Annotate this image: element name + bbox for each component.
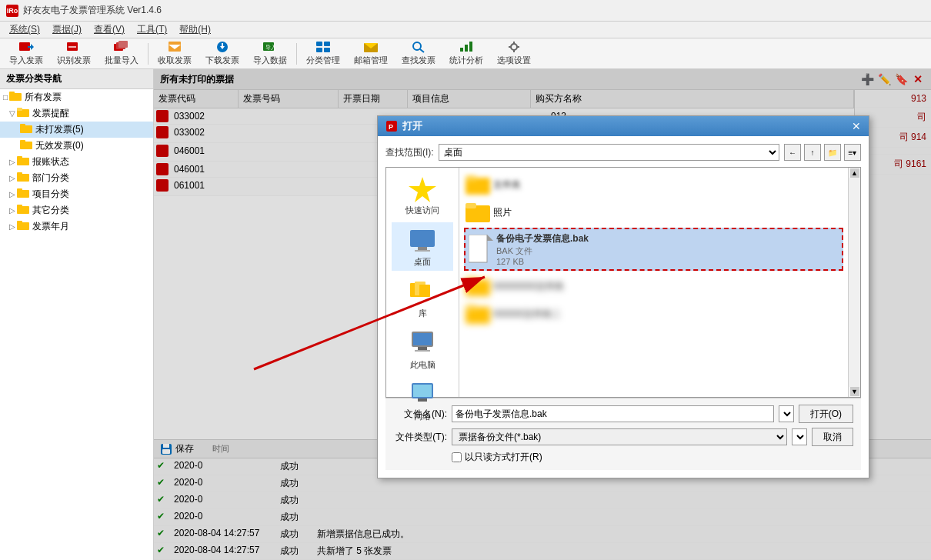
open-button[interactable]: 打开(O)	[799, 405, 853, 423]
file-item-bak[interactable]: 备份电子发票信息.bak BAK 文件 127 KB	[464, 228, 843, 271]
sidebar-item-accounting[interactable]: ▷ 报账状态	[0, 154, 153, 170]
sidebar-item-invoice-reminder[interactable]: ▽ 发票提醒	[0, 105, 153, 122]
svg-rect-66	[415, 350, 430, 352]
bak-file-size: 127 KB	[496, 257, 589, 266]
batch-icon	[114, 41, 129, 53]
nav-new-folder-btn[interactable]: 📁	[824, 144, 841, 161]
nav-library[interactable]: 库	[392, 274, 453, 322]
scroll-down-btn[interactable]: ▼	[850, 387, 859, 396]
svg-rect-4	[68, 46, 76, 48]
scrollbar[interactable]: ▲ ▼	[848, 168, 860, 397]
look-in-select[interactable]: 桌面	[439, 144, 779, 161]
sidebar-item-dept[interactable]: ▷ 部门分类	[0, 170, 153, 186]
filename-dropdown[interactable]	[779, 405, 794, 422]
settings-icon	[506, 41, 522, 53]
filename-row: 文件名(N): 打开(O)	[393, 405, 853, 423]
bak-file-icon	[469, 235, 493, 264]
svg-rect-68	[413, 385, 432, 397]
sidebar-item-year[interactable]: ▷ 发票年月	[0, 218, 153, 235]
svg-rect-58	[418, 247, 427, 250]
import-data-btn[interactable]: 导入 导入数据	[247, 40, 293, 68]
file-item-photos[interactable]: 照片	[462, 198, 845, 226]
filename-input[interactable]	[452, 405, 774, 422]
sidebar-item-project[interactable]: ▷ 项目分类	[0, 186, 153, 202]
bak-file-type: BAK 文件	[496, 245, 589, 257]
dialog-body: 查找范围(I): 桌面 ← ↑ 📁 ≡▾	[378, 136, 869, 478]
file-item-top-blurred[interactable]: 文件夹	[462, 171, 845, 198]
mail-manage-btn[interactable]: 邮箱管理	[348, 40, 394, 68]
category-manage-btn[interactable]: 分类管理	[300, 40, 346, 68]
sidebar-header: 发票分类导航	[0, 69, 153, 89]
file-item-blurred-2[interactable]: XXXXX文件夹二	[462, 300, 845, 328]
content-area: 所有未打印的票据 ➕ ✏️ 🔖 ✕ 发票代码 发票号码 开票日期 项目信息 购买…	[154, 69, 931, 560]
folder-project-icon	[17, 188, 29, 201]
svg-rect-59	[415, 250, 430, 252]
dialog-title-bar: P 打开 ✕	[378, 116, 869, 136]
filetype-dropdown[interactable]	[792, 428, 807, 445]
options-settings-btn[interactable]: 选项设置	[491, 40, 537, 68]
cancel-button[interactable]: 取消	[812, 428, 853, 446]
svg-rect-36	[20, 124, 25, 127]
svg-rect-42	[17, 172, 22, 175]
folder-unprinted-icon	[20, 123, 32, 136]
readonly-checkbox[interactable]	[452, 452, 462, 462]
filetype-select[interactable]: 票据备份文件(*.bak)	[452, 428, 787, 445]
svg-rect-15	[316, 42, 322, 46]
category-icon	[315, 41, 331, 53]
stats-icon	[459, 41, 474, 53]
stats-analysis-btn[interactable]: 统计分析	[443, 40, 489, 68]
menu-system[interactable]: 系统(S)	[3, 22, 46, 38]
nav-desktop[interactable]: 桌面	[392, 222, 453, 271]
app-icon: IRo	[6, 5, 18, 17]
menu-tools[interactable]: 工具(T)	[131, 22, 173, 38]
svg-marker-76	[487, 235, 493, 241]
svg-rect-57	[410, 230, 435, 247]
receive-invoice-btn[interactable]: 收取发票	[152, 40, 198, 68]
nav-view-btn[interactable]: ≡▾	[844, 144, 861, 161]
nav-back-btn[interactable]: ←	[784, 144, 801, 161]
import-invoice-icon	[18, 41, 34, 53]
sidebar-item-other[interactable]: ▷ 其它分类	[0, 202, 153, 218]
svg-rect-23	[460, 48, 463, 52]
svg-rect-38	[20, 140, 25, 143]
file-browser: 快速访问 桌面	[385, 167, 861, 398]
look-in-row: 查找范围(I): 桌面 ← ↑ 📁 ≡▾	[385, 144, 861, 161]
nav-panel: 快速访问 桌面	[386, 168, 459, 397]
quick-access-icon	[407, 174, 438, 205]
folder-accounting-icon	[17, 155, 29, 168]
sidebar-item-unprinted[interactable]: 未打发票(5)	[0, 122, 153, 138]
dialog-title-text: 打开	[402, 119, 422, 133]
menu-view[interactable]: 查看(V)	[88, 22, 131, 38]
receive-icon	[167, 41, 182, 53]
nav-up-btn[interactable]: ↑	[804, 144, 821, 161]
import-invoice-btn[interactable]: 导入发票	[3, 40, 49, 68]
dialog-nav-toolbar: ← ↑ 📁 ≡▾	[784, 144, 861, 161]
nav-computer[interactable]: 此电脑	[392, 325, 453, 374]
download-invoice-btn[interactable]: 下载发票	[199, 40, 245, 68]
folder-year-icon	[17, 220, 29, 233]
filetype-row: 文件类型(T): 票据备份文件(*.bak) 取消	[393, 428, 853, 446]
menu-ticket[interactable]: 票据(J)	[46, 22, 88, 38]
menu-help[interactable]: 帮助(H)	[173, 22, 217, 38]
blurred-folder-name-1: XXXXXXX文件夹	[493, 280, 564, 293]
svg-rect-17	[316, 48, 322, 52]
sidebar-item-all-invoices[interactable]: □ 所有发票	[0, 89, 153, 105]
dialog-close-btn[interactable]: ✕	[852, 120, 861, 132]
scroll-up-btn[interactable]: ▲	[850, 168, 859, 178]
search-invoice-btn[interactable]: 查找发票	[395, 40, 442, 68]
batch-import-btn[interactable]: 批量导入	[98, 40, 145, 68]
svg-rect-69	[418, 398, 427, 402]
desktop-icon	[407, 225, 438, 256]
bak-file-info: 备份电子发票信息.bak BAK 文件 127 KB	[496, 232, 589, 266]
mail-icon	[363, 41, 379, 53]
svg-rect-40	[17, 156, 22, 159]
sidebar-item-invalid[interactable]: 无效发票(0)	[0, 138, 153, 154]
blurred-folder-name-0: 文件夹	[493, 178, 521, 192]
nav-quick-access[interactable]: 快速访问	[392, 171, 453, 219]
identify-invoice-btn[interactable]: 识别发票	[51, 40, 97, 68]
svg-rect-62	[419, 285, 430, 297]
file-item-blurred-1[interactable]: XXXXXXX文件夹	[462, 272, 845, 300]
svg-rect-74	[469, 235, 487, 262]
svg-rect-48	[17, 221, 22, 224]
svg-rect-65	[418, 347, 427, 350]
